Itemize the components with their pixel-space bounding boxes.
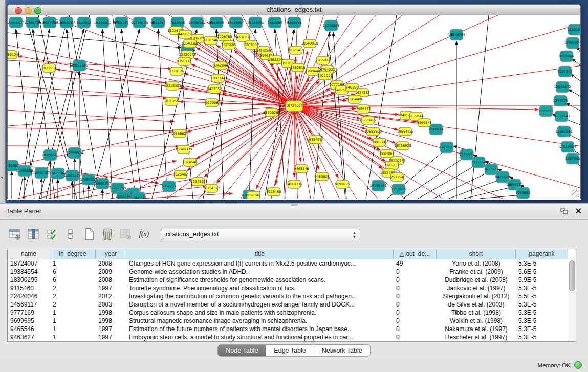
window-resize-grip[interactable] [572,190,579,197]
table-cell-title[interactable]: Embryonic stem cells: a model to study s… [126,333,394,341]
table-row[interactable]: 977716911998Corpus callosum shape and si… [8,309,576,317]
table-cell-title[interactable]: Disruption of a novel member of a sodium… [126,300,394,309]
graph-edge-selected[interactable] [8,15,294,106]
table-row[interactable]: 1872400712008Changes of HCN gene express… [8,259,576,268]
graph-edge-selected[interactable] [216,106,294,183]
column-header-out-de-[interactable]: △ out_de... [394,249,437,259]
table-cell-year[interactable]: 1997 [96,325,126,333]
table-cell-pagerank[interactable]: 5.3E-5 [516,317,568,325]
graph-edge-selected[interactable] [8,15,294,106]
table-settings-icon[interactable] [8,227,22,242]
table-cell-year[interactable]: 1998 [96,317,126,325]
table-cell-out-de-[interactable]: 49 [394,259,437,268]
table-cell-pagerank[interactable]: 5.3E-5 [516,325,568,333]
column-header-name[interactable]: name [8,249,50,259]
float-panel-icon[interactable] [560,208,569,215]
close-traffic-light[interactable] [15,7,22,14]
table-cell-name[interactable]: 14569117 [8,300,50,309]
table-cell-title[interactable]: Corpus callosum shape and size in male p… [126,309,394,317]
table-cell-out-de-[interactable]: 0 [394,317,437,325]
table-cell-year[interactable]: 1997 [96,284,126,292]
table-cell-year[interactable]: 1997 [96,333,126,341]
panel-resize-handle[interactable] [291,204,298,206]
graph-edge-selected[interactable] [8,15,294,106]
table-cell-in-degree[interactable]: 6 [50,268,96,276]
table-cell-short[interactable]: de Silva et al. (2003) [437,300,516,309]
tab-network-table[interactable]: Network Table [314,345,370,356]
table-cell-pagerank[interactable]: 5.6E-5 [516,268,568,276]
table-row[interactable]: 969969511998Structural magnetic resonanc… [8,317,576,325]
table-cell-pagerank[interactable]: 5.5E-5 [516,292,568,300]
table-row[interactable]: 1830029562008Estimation of significance … [8,276,576,284]
table-cell-short[interactable]: Jankovic et al. (1997) [437,284,516,292]
graph-edge[interactable] [568,89,580,96]
table-cell-pagerank[interactable]: 5.9E-5 [516,276,568,284]
table-cell-name[interactable]: 9699695 [8,317,50,325]
table-cell-name[interactable]: 22420046 [8,292,50,300]
graph-edge-selected[interactable] [8,60,172,69]
graph-edge[interactable] [249,29,255,199]
graph-edge-selected[interactable] [8,76,169,83]
table-cell-year[interactable]: 2009 [96,268,126,276]
tab-edge-table[interactable]: Edge Table [266,345,314,356]
close-panel-icon[interactable]: ✕ [575,206,582,216]
table-row[interactable]: 911546021997Tourette syndrome. Phenomeno… [8,284,576,292]
graph-edge-selected[interactable] [187,106,294,171]
minimize-traffic-light[interactable] [25,7,32,14]
new-table-icon[interactable] [82,227,96,242]
table-row[interactable]: 1456911722003Disruption of a novel membe… [8,300,576,309]
row-height-icon[interactable] [63,227,77,242]
table-cell-in-degree[interactable]: 1 [50,309,96,317]
table-cell-in-degree[interactable]: 1 [50,259,96,268]
table-cell-pagerank[interactable]: 5.3E-5 [516,300,568,309]
table-cell-out-de-[interactable]: 0 [394,325,437,333]
graph-edge-selected[interactable] [141,193,233,199]
table-row[interactable]: 2242004622012Investigating the contribut… [8,292,576,300]
graph-edge-selected[interactable] [294,51,308,106]
table-row[interactable]: 946554611997Estimation of the future num… [8,325,576,333]
table-cell-year[interactable]: 2003 [96,300,126,309]
table-cell-out-de-[interactable]: 0 [394,309,437,317]
graph-edge[interactable] [418,164,477,199]
zoom-traffic-light[interactable] [34,7,41,14]
table-cell-year[interactable]: 1998 [96,309,126,317]
graph-edge-selected[interactable] [8,146,180,146]
table-cell-out-de-[interactable]: 0 [394,333,437,341]
graph-edge-selected[interactable] [8,15,294,106]
network-table-selector[interactable]: citations_edges.txt ▲▼ [161,229,360,240]
table-cell-title[interactable]: Structural magnetic resonance image aver… [126,317,394,325]
table-cell-out-de-[interactable]: 0 [394,300,437,309]
panel-collapse-arrow-icon[interactable]: ◂ [1,175,3,180]
table-cell-short[interactable]: Nakamura et al. (1997) [437,325,516,333]
delete-attribute-trash-icon[interactable] [100,227,114,242]
graph-edge[interactable] [102,29,113,199]
table-cell-out-de-[interactable]: 0 [394,284,437,292]
table-cell-name[interactable]: 19384554 [8,268,50,276]
table-cell-short[interactable]: Tibbo et al. (1998) [437,309,516,317]
graph-edge-selected[interactable] [8,15,294,106]
table-cell-name[interactable]: 18724007 [8,259,50,268]
table-cell-year[interactable]: 2008 [96,259,126,268]
table-cell-short[interactable]: Yano et al. (2008) [437,259,516,268]
column-header-title[interactable]: title [126,249,394,259]
table-cell-pagerank[interactable]: 5.3E-5 [516,333,568,341]
table-cell-short[interactable]: Hescheler et al. (1997) [437,333,516,341]
scrollbar-thumb[interactable] [569,260,575,291]
table-cell-short[interactable]: Franke et al. (2009) [437,268,516,276]
column-header-year[interactable]: year [96,249,126,259]
table-cell-pagerank[interactable]: 5.3E-5 [516,309,568,317]
graph-edge[interactable] [565,103,580,111]
table-cell-in-degree[interactable]: 2 [50,300,96,309]
table-scrollbar[interactable] [568,259,576,341]
table-cell-in-degree[interactable]: 1 [50,325,96,333]
table-cell-short[interactable]: Stergiakouli et al. (2012) [437,292,516,300]
table-cell-out-de-[interactable]: 0 [394,276,437,284]
table-cell-name[interactable]: 9115460 [8,284,50,292]
table-cell-in-degree[interactable]: 6 [50,276,96,284]
table-row[interactable]: 1938455462009Genome-wide association stu… [8,268,576,276]
table-cell-name[interactable]: 18300295 [8,276,50,284]
table-cell-year[interactable]: 2008 [96,276,126,284]
function-builder-icon[interactable]: f(x) [137,227,151,242]
tab-node-table[interactable]: Node Table [218,345,266,356]
table-cell-title[interactable]: Genome-wide association studies in ADHD. [126,268,394,276]
